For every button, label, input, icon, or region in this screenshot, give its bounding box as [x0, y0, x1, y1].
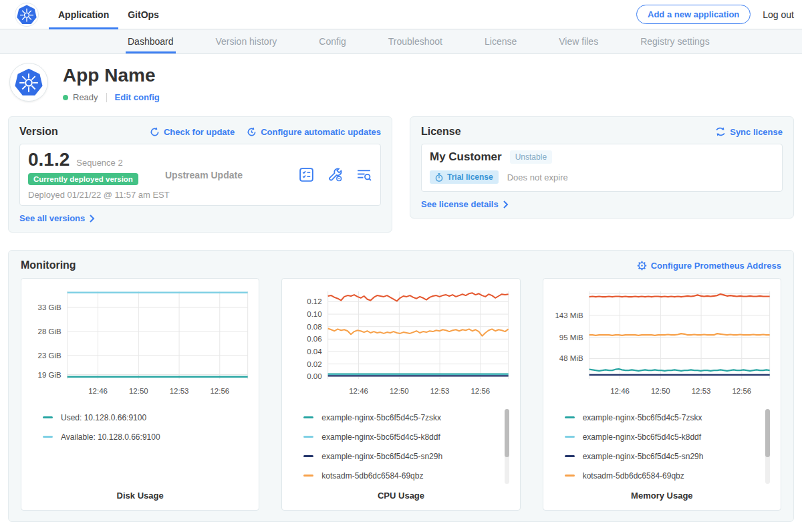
legend-item: example-nginx-5bc6f5d4c5-sn29h — [303, 446, 498, 466]
svg-text:0.08: 0.08 — [307, 323, 322, 331]
legend-label: example-nginx-5bc6f5d4c5-7zskx — [583, 413, 702, 422]
release-notes-icon[interactable] — [298, 166, 315, 183]
check-for-update-label: Check for update — [164, 127, 235, 137]
version-card: Version Check for update Configure autom… — [8, 116, 392, 233]
top-nav: Application GitOps Add a new application… — [0, 0, 802, 29]
svg-text:28 GiB: 28 GiB — [37, 327, 61, 336]
tab-gitops-label: GitOps — [128, 9, 159, 20]
svg-text:12:53: 12:53 — [170, 387, 189, 395]
legend-swatch — [565, 455, 575, 457]
svg-text:48 MiB: 48 MiB — [559, 355, 583, 363]
svg-text:12:53: 12:53 — [430, 387, 450, 395]
memory-usage-title: Memory Usage — [553, 485, 771, 503]
status-dot — [63, 95, 68, 100]
legend-swatch — [303, 455, 313, 457]
svg-text:12:56: 12:56 — [210, 387, 229, 395]
legend-item: example-nginx-5bc6f5d4c5-7zskx — [565, 408, 759, 427]
deployed-timestamp: Deployed 01/21/22 @ 11:57 am EST — [28, 190, 165, 200]
legend-swatch — [303, 475, 313, 477]
subnav-troubleshoot[interactable]: Troubleshoot — [386, 29, 444, 53]
configure-automatic-updates-label: Configure automatic updates — [261, 127, 381, 137]
svg-text:33 GiB: 33 GiB — [37, 303, 61, 311]
sync-license-link[interactable]: Sync license — [715, 127, 783, 137]
version-sequence: Sequence 2 — [76, 158, 122, 168]
legend-swatch — [565, 475, 575, 477]
subnav-config[interactable]: Config — [317, 29, 348, 53]
svg-text:12:50: 12:50 — [651, 387, 670, 395]
subnav-version-history-label: Version history — [216, 36, 277, 47]
cpu-usage-title: CPU Usage — [291, 485, 510, 503]
svg-text:0.12: 0.12 — [307, 298, 322, 306]
kubernetes-logo — [15, 3, 39, 27]
disk-usage-chart: 19 GiB23 GiB28 GiB33 GiB12:4612:5012:531… — [31, 287, 249, 403]
svg-text:12:56: 12:56 — [471, 387, 491, 395]
see-all-versions-label: See all versions — [19, 213, 85, 223]
cpu-usage-legend: example-nginx-5bc6f5d4c5-7zskxexample-ng… — [291, 408, 510, 485]
see-license-details-label: See license details — [421, 199, 499, 209]
memory-usage-legend: example-nginx-5bc6f5d4c5-7zskxexample-ng… — [553, 408, 771, 485]
disk-usage-legend: Used: 10.128.0.66:9100Available: 10.128.… — [31, 408, 249, 485]
stopwatch-icon — [435, 173, 443, 182]
legend-label: example-nginx-5bc6f5d4c5-k8ddf — [583, 432, 701, 442]
tab-gitops[interactable]: GitOps — [118, 0, 168, 29]
logout-link[interactable]: Log out — [763, 9, 794, 20]
subnav-dashboard-label: Dashboard — [128, 36, 174, 47]
subnav-license-label: License — [485, 36, 517, 47]
svg-text:12:46: 12:46 — [610, 387, 630, 395]
svg-text:23 GiB: 23 GiB — [37, 352, 61, 360]
legend-item: example-nginx-5bc6f5d4c5-sn29h — [565, 446, 759, 466]
legend-scrollbar[interactable] — [505, 409, 509, 484]
memory-usage-panel: 48 MiB95 MiB143 MiB12:4612:5012:5312:56 … — [543, 278, 781, 511]
trial-license-badge: Trial license — [430, 170, 499, 184]
app-status: Ready — [73, 92, 98, 102]
legend-item: example-nginx-5bc6f5d4c5-7zskx — [303, 408, 498, 427]
see-all-versions-link[interactable]: See all versions — [19, 213, 381, 223]
subnav-license[interactable]: License — [483, 29, 519, 53]
edit-config-link[interactable]: Edit config — [115, 92, 160, 102]
svg-text:12:50: 12:50 — [390, 387, 409, 395]
license-box: My Customer Unstable Trial license Does … — [421, 144, 783, 192]
svg-text:0.04: 0.04 — [307, 348, 323, 356]
channel-badge: Unstable — [510, 150, 552, 164]
disk-usage-panel: 19 GiB23 GiB28 GiB33 GiB12:4612:5012:531… — [21, 278, 259, 511]
legend-swatch — [43, 416, 53, 418]
gear-icon — [637, 261, 647, 271]
customer-name: My Customer — [430, 150, 502, 164]
cpu-usage-panel: 0.000.020.040.060.080.100.1212:4612:5012… — [281, 278, 520, 511]
subnav-registry-settings[interactable]: Registry settings — [638, 29, 711, 53]
legend-label: kotsadm-5db6dc6584-69qbz — [583, 471, 684, 481]
config-wrench-icon[interactable] — [327, 166, 344, 183]
svg-text:0.06: 0.06 — [307, 336, 322, 344]
configure-automatic-updates-link[interactable]: Configure automatic updates — [247, 127, 381, 137]
svg-text:12:46: 12:46 — [88, 387, 108, 395]
legend-swatch — [303, 416, 313, 418]
license-card-title: License — [421, 126, 461, 138]
subnav-version-history[interactable]: Version history — [214, 29, 279, 53]
version-source: Upstream Update — [165, 170, 243, 180]
legend-item: kotsadm-5db6dc6584-69qbz — [565, 466, 759, 485]
legend-item: kotsadm-5db6dc6584-69qbz — [303, 466, 498, 485]
tab-application[interactable]: Application — [49, 0, 118, 29]
add-application-button[interactable]: Add a new application — [636, 5, 751, 24]
check-for-update-link[interactable]: Check for update — [150, 127, 235, 137]
legend-swatch — [565, 436, 575, 438]
trial-license-label: Trial license — [447, 172, 493, 182]
app-subnav: Dashboard Version history Config Trouble… — [0, 29, 802, 54]
kubernetes-app-icon — [15, 68, 43, 96]
deployed-badge: Currently deployed version — [28, 173, 138, 185]
configure-prometheus-link[interactable]: Configure Prometheus Address — [637, 261, 781, 271]
subnav-dashboard[interactable]: Dashboard — [126, 29, 176, 53]
divider — [106, 93, 107, 102]
svg-text:12:56: 12:56 — [732, 387, 751, 395]
see-license-details-link[interactable]: See license details — [421, 199, 783, 209]
view-diff-icon[interactable] — [356, 166, 372, 183]
legend-item: example-nginx-5bc6f5d4c5-k8ddf — [303, 427, 498, 446]
legend-label: Available: 10.128.0.66:9100 — [61, 432, 160, 442]
legend-scrollbar[interactable] — [765, 409, 770, 484]
app-avatar — [9, 63, 48, 102]
legend-label: example-nginx-5bc6f5d4c5-k8ddf — [321, 432, 440, 442]
svg-text:143 MiB: 143 MiB — [555, 311, 583, 319]
disk-usage-title: Disk Usage — [31, 485, 249, 503]
subnav-view-files[interactable]: View files — [557, 29, 600, 53]
legend-item: Available: 10.128.0.66:9100 — [43, 427, 237, 446]
